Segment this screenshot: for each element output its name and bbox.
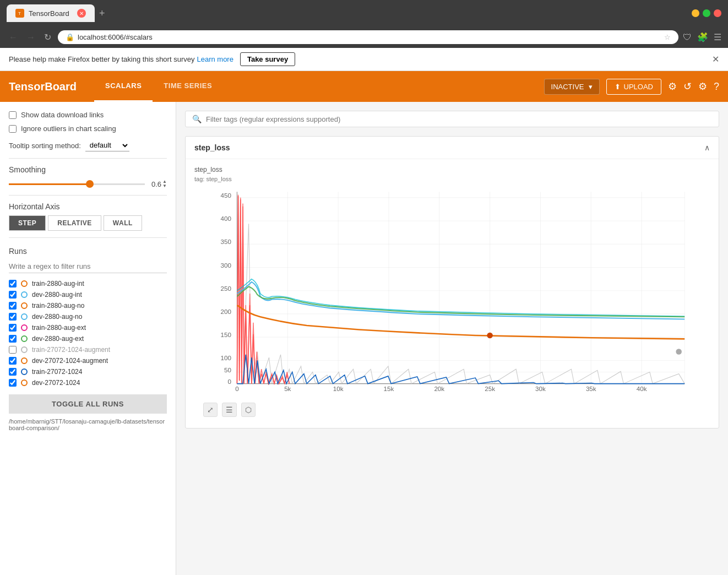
refresh-icon[interactable]: ↺ bbox=[683, 80, 692, 93]
data-table-button[interactable]: ☰ bbox=[222, 403, 237, 417]
plugin-icon[interactable]: ⚙ bbox=[668, 80, 677, 93]
run-dot-7 bbox=[21, 357, 28, 364]
new-tab-button[interactable]: + bbox=[99, 8, 105, 19]
run-checkbox-4[interactable] bbox=[9, 324, 17, 332]
run-checkbox-0[interactable] bbox=[9, 280, 17, 288]
run-item-7: dev-27072-1024-augment bbox=[9, 357, 167, 365]
menu-icon[interactable]: ☰ bbox=[714, 32, 721, 42]
run-item-6: train-27072-1024-augment bbox=[9, 346, 167, 354]
svg-text:0: 0 bbox=[227, 378, 231, 385]
smoothing-slider[interactable] bbox=[9, 183, 145, 185]
survey-close-button[interactable]: ✕ bbox=[712, 54, 719, 64]
chart-body: step_loss tag: step_loss bbox=[186, 159, 719, 428]
download-chart-button[interactable]: ⬡ bbox=[241, 403, 256, 417]
refresh-button[interactable]: ↻ bbox=[42, 30, 53, 45]
svg-text:450: 450 bbox=[221, 192, 231, 199]
run-item-2: train-2880-aug-no bbox=[9, 302, 167, 310]
back-button[interactable]: ← bbox=[7, 30, 20, 45]
filter-runs-input[interactable] bbox=[9, 260, 167, 273]
run-name-6[interactable]: train-27072-1024-augment bbox=[32, 346, 110, 354]
run-checkbox-3[interactable] bbox=[9, 313, 17, 321]
svg-text:150: 150 bbox=[221, 331, 231, 338]
upload-button[interactable]: ⬆ UPLOAD bbox=[606, 79, 661, 95]
dropdown-arrow-icon: ▾ bbox=[589, 83, 593, 91]
svg-text:250: 250 bbox=[221, 285, 231, 292]
inactive-dropdown[interactable]: INACTIVE ▾ bbox=[544, 79, 600, 95]
run-checkbox-8[interactable] bbox=[9, 368, 17, 376]
tab-icon: T bbox=[15, 9, 24, 18]
svg-text:0: 0 bbox=[235, 385, 238, 392]
tensorboard-app: TensorBoard SCALARS TIME SERIES INACTIVE… bbox=[0, 71, 728, 575]
address-bar[interactable]: 🔒 localhost:6006/#scalars ☆ bbox=[58, 30, 678, 44]
tab-close-button[interactable]: ✕ bbox=[77, 9, 86, 18]
window-controls bbox=[692, 9, 721, 17]
toggle-all-runs-button[interactable]: TOGGLE ALL RUNS bbox=[9, 394, 167, 414]
svg-text:20k: 20k bbox=[434, 385, 444, 392]
smoothing-slider-container: 0.6 ▲ ▼ bbox=[9, 180, 167, 188]
run-checkbox-9[interactable] bbox=[9, 379, 17, 387]
svg-text:200: 200 bbox=[221, 308, 231, 315]
survey-learn-more-link[interactable]: Learn more bbox=[197, 55, 233, 63]
run-item-3: dev-2880-aug-no bbox=[9, 313, 167, 321]
survey-bar: Please help make Firefox better by takin… bbox=[0, 48, 728, 71]
download-links-checkbox[interactable] bbox=[9, 111, 17, 119]
svg-text:400: 400 bbox=[221, 215, 231, 222]
axis-buttons: STEP RELATIVE WALL bbox=[9, 215, 167, 231]
run-name-0[interactable]: train-2880-aug-int bbox=[32, 280, 84, 288]
svg-text:35k: 35k bbox=[586, 385, 596, 392]
chart-tag: tag: step_loss bbox=[194, 176, 710, 182]
run-name-2[interactable]: train-2880-aug-no bbox=[32, 302, 84, 310]
expand-chart-button[interactable]: ⤢ bbox=[203, 403, 218, 417]
svg-text:T: T bbox=[18, 11, 21, 16]
extensions-icon[interactable]: 🧩 bbox=[697, 32, 708, 42]
filter-tags-input[interactable] bbox=[206, 115, 712, 123]
survey-text: Please help make Firefox better by takin… bbox=[9, 55, 194, 63]
tooltip-select[interactable]: default bbox=[85, 139, 129, 151]
run-item-1: dev-2880-aug-int bbox=[9, 291, 167, 299]
nav-time-series[interactable]: TIME SERIES bbox=[153, 71, 223, 102]
upload-icon: ⬆ bbox=[615, 83, 621, 91]
axis-relative-button[interactable]: RELATIVE bbox=[48, 215, 101, 231]
run-name-5[interactable]: dev-2880-aug-ext bbox=[32, 335, 84, 343]
filter-bar: 🔍 bbox=[185, 111, 719, 127]
run-checkbox-7[interactable] bbox=[9, 357, 17, 365]
nav-scalars[interactable]: SCALARS bbox=[94, 71, 153, 102]
svg-text:25k: 25k bbox=[485, 385, 495, 392]
run-name-8[interactable]: train-27072-1024 bbox=[32, 368, 82, 376]
run-name-3[interactable]: dev-2880-aug-no bbox=[32, 313, 82, 321]
shield-icon[interactable]: 🛡 bbox=[683, 32, 692, 42]
close-button[interactable] bbox=[714, 9, 721, 17]
run-name-4[interactable]: train-2880-aug-ext bbox=[32, 324, 86, 332]
tb-logo: TensorBoard bbox=[9, 80, 77, 93]
chart-area: 450 400 350 300 250 200 150 100 50 0 bbox=[194, 189, 710, 398]
run-checkbox-2[interactable] bbox=[9, 302, 17, 310]
run-checkbox-5[interactable] bbox=[9, 335, 17, 343]
run-checkbox-1[interactable] bbox=[9, 291, 17, 299]
collapse-button[interactable]: ∧ bbox=[704, 143, 710, 152]
help-icon[interactable]: ? bbox=[714, 81, 719, 93]
browser-tab[interactable]: T TensorBoard ✕ bbox=[7, 4, 95, 22]
run-name-7[interactable]: dev-27072-1024-augment bbox=[32, 357, 108, 365]
url-text: localhost:6006/#scalars bbox=[78, 33, 661, 41]
outliers-checkbox[interactable] bbox=[9, 125, 17, 133]
tb-header: TensorBoard SCALARS TIME SERIES INACTIVE… bbox=[0, 71, 728, 102]
forward-button[interactable]: → bbox=[24, 30, 37, 45]
stepper-down-button[interactable]: ▼ bbox=[162, 184, 167, 188]
run-name-1[interactable]: dev-2880-aug-int bbox=[32, 291, 82, 299]
tooltip-label: Tooltip sorting method: bbox=[9, 142, 81, 150]
h-axis-label: Horizontal Axis bbox=[9, 202, 167, 211]
minimize-button[interactable] bbox=[692, 9, 699, 17]
take-survey-button[interactable]: Take survey bbox=[240, 52, 295, 66]
axis-wall-button[interactable]: WALL bbox=[104, 215, 142, 231]
run-name-9[interactable]: dev-27072-1024 bbox=[32, 379, 80, 387]
chart-svg: 450 400 350 300 250 200 150 100 50 0 bbox=[194, 189, 710, 398]
tb-main: 🔍 step_loss ∧ step_loss tag: step_loss bbox=[176, 102, 728, 575]
settings-icon[interactable]: ⚙ bbox=[698, 80, 707, 93]
divider-3 bbox=[9, 237, 167, 238]
smoothing-value: 0.6 bbox=[151, 180, 161, 188]
maximize-button[interactable] bbox=[703, 9, 710, 17]
run-checkbox-6[interactable] bbox=[9, 346, 17, 354]
divider-1 bbox=[9, 158, 167, 159]
svg-text:30k: 30k bbox=[535, 385, 546, 392]
axis-step-button[interactable]: STEP bbox=[9, 215, 46, 231]
